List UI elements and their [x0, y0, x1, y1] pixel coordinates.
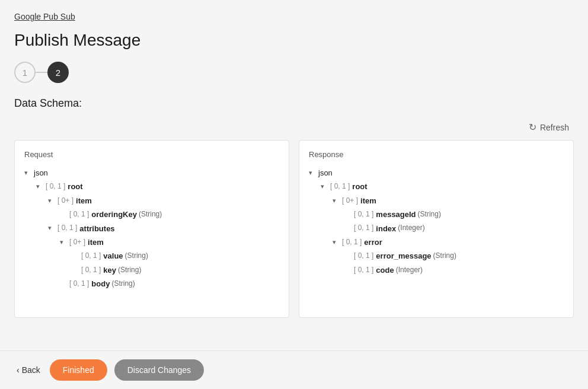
refresh-button[interactable]: ↻ Refresh	[524, 119, 574, 135]
node-name-label: item	[88, 235, 104, 249]
schema-panels: Request ▾json▾[ 0, 1 ] root▾[ 0+ ] item[…	[14, 140, 574, 318]
page-container: Google Pub Sub Publish Message 1 2 Data …	[0, 0, 588, 389]
tree-node[interactable]: ▾json	[309, 166, 564, 180]
response-label: Response	[309, 150, 564, 159]
node-range: [ 0, 1 ]	[342, 236, 362, 249]
node-range: [ 0, 1 ]	[330, 180, 350, 193]
node-range: [ 0+ ]	[69, 236, 85, 249]
bottom-bar: ‹ Back Finished Discard Changes	[0, 350, 588, 389]
tree-node: [ 0, 1 ] key (String)	[24, 263, 279, 277]
step-connector	[36, 72, 47, 73]
node-name-label: json	[318, 166, 333, 180]
node-type-label: (String)	[118, 264, 141, 277]
page-title: Publish Message	[14, 31, 574, 50]
node-type-label: (String)	[139, 208, 162, 221]
finished-button[interactable]: Finished	[50, 359, 107, 381]
tree-node[interactable]: ▾[ 0+ ] item	[24, 194, 279, 208]
chevron-icon[interactable]: ▾	[48, 195, 57, 207]
chevron-icon[interactable]: ▾	[60, 237, 69, 248]
node-type-label: (String)	[125, 250, 148, 263]
node-name-label: error	[364, 235, 382, 249]
refresh-row: ↻ Refresh	[14, 119, 574, 135]
chevron-icon[interactable]: ▾	[48, 222, 57, 234]
node-range: [ 0, 1 ]	[46, 180, 65, 193]
chevron-icon[interactable]: ▾	[333, 195, 342, 207]
tree-node[interactable]: ▾[ 0, 1 ] root	[24, 180, 279, 193]
node-name-label: value	[103, 249, 123, 263]
node-name-label: code	[376, 263, 394, 277]
step-2: 2	[47, 62, 69, 83]
node-name-label: json	[34, 166, 48, 180]
tree-node[interactable]: ▾json	[24, 166, 279, 180]
node-name-label: index	[376, 222, 396, 235]
node-range: [ 0, 1 ]	[354, 264, 373, 277]
data-schema-label: Data Schema:	[14, 97, 574, 110]
tree-node[interactable]: ▾[ 0, 1 ] root	[309, 180, 564, 193]
node-name-label: body	[91, 277, 110, 291]
node-name-label: item	[76, 194, 92, 208]
tree-node: [ 0, 1 ] error_message (String)	[309, 249, 564, 263]
refresh-label: Refresh	[540, 123, 569, 132]
node-range: [ 0, 1 ]	[57, 222, 77, 235]
node-range: [ 0, 1 ]	[81, 264, 101, 277]
tree-node: [ 0, 1 ] code (Integer)	[309, 263, 564, 277]
tree-node[interactable]: ▾[ 0, 1 ] error	[309, 235, 564, 249]
request-tree: ▾json▾[ 0, 1 ] root▾[ 0+ ] item[ 0, 1 ] …	[24, 166, 279, 291]
node-range: [ 0, 1 ]	[354, 208, 373, 221]
node-name-label: key	[103, 263, 116, 277]
tree-node[interactable]: ▾[ 0, 1 ] attributes	[24, 222, 279, 235]
breadcrumb-link[interactable]: Google Pub Sub	[14, 12, 75, 21]
node-range: [ 0, 1 ]	[81, 250, 101, 263]
node-type-label: (String)	[111, 278, 135, 291]
node-range: [ 0, 1 ]	[354, 222, 373, 235]
node-type-label: (Integer)	[398, 222, 424, 235]
response-tree: ▾json▾[ 0, 1 ] root▾[ 0+ ] item[ 0, 1 ] …	[309, 166, 564, 277]
back-label: Back	[22, 365, 40, 375]
chevron-icon[interactable]: ▾	[24, 167, 34, 179]
node-name-label: orderingKey	[91, 208, 137, 221]
breadcrumb: Google Pub Sub	[14, 12, 574, 21]
tree-node: [ 0, 1 ] orderingKey (String)	[24, 208, 279, 221]
step-1: 1	[14, 62, 36, 83]
tree-node: [ 0, 1 ] messageId (String)	[309, 208, 564, 221]
tree-node: [ 0, 1 ] body (String)	[24, 277, 279, 291]
node-range: [ 0, 1 ]	[354, 250, 373, 263]
chevron-icon[interactable]: ▾	[309, 167, 318, 179]
node-name-label: root	[68, 180, 82, 193]
tree-node[interactable]: ▾[ 0+ ] item	[24, 235, 279, 249]
step-indicator: 1 2	[14, 62, 574, 83]
node-name-label: error_message	[376, 249, 431, 263]
node-range: [ 0, 1 ]	[69, 278, 89, 291]
request-label: Request	[24, 150, 279, 159]
node-range: [ 0+ ]	[342, 194, 358, 208]
tree-node[interactable]: ▾[ 0+ ] item	[309, 194, 564, 208]
chevron-icon[interactable]: ▾	[321, 181, 330, 193]
chevron-icon[interactable]: ▾	[333, 237, 342, 248]
chevron-icon[interactable]: ▾	[36, 181, 46, 193]
tree-node: [ 0, 1 ] value (String)	[24, 249, 279, 263]
back-arrow-icon: ‹	[17, 365, 20, 375]
node-name-label: attributes	[79, 222, 114, 235]
request-panel: Request ▾json▾[ 0, 1 ] root▾[ 0+ ] item[…	[14, 140, 289, 318]
response-panel: Response ▾json▾[ 0, 1 ] root▾[ 0+ ] item…	[299, 140, 574, 318]
node-type-label: (String)	[433, 250, 456, 263]
node-type-label: (String)	[418, 208, 441, 221]
discard-button[interactable]: Discard Changes	[114, 359, 204, 381]
tree-node: [ 0, 1 ] index (Integer)	[309, 222, 564, 235]
back-button[interactable]: ‹ Back	[14, 361, 43, 380]
node-range: [ 0+ ]	[57, 194, 74, 208]
refresh-icon: ↻	[529, 122, 536, 133]
node-range: [ 0, 1 ]	[69, 208, 89, 221]
node-name-label: item	[360, 194, 376, 208]
node-name-label: root	[352, 180, 367, 193]
node-type-label: (Integer)	[396, 264, 423, 277]
node-name-label: messageId	[376, 208, 416, 221]
